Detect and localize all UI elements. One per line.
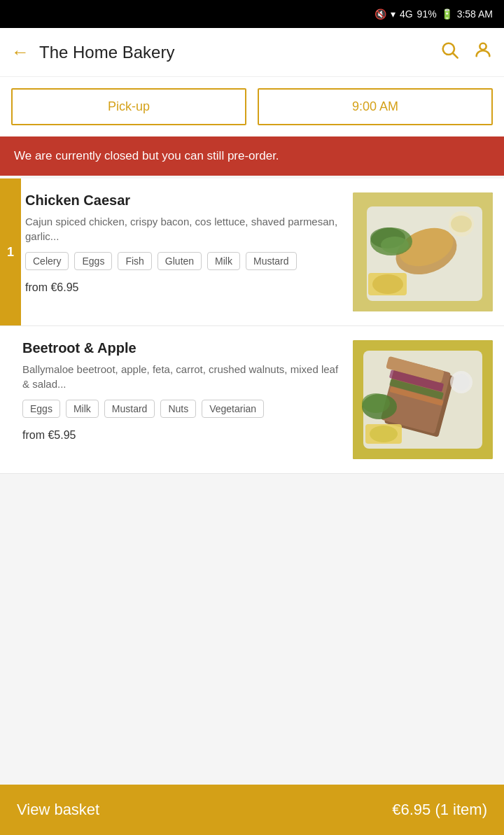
svg-point-9 — [381, 237, 409, 253]
closed-banner: We are currently closed but you can stil… — [0, 136, 504, 176]
svg-point-13 — [451, 216, 472, 232]
item-number: 1 — [0, 178, 21, 325]
tag-milk: Milk — [207, 252, 240, 270]
item-image-caesar — [353, 192, 493, 311]
svg-point-27 — [453, 374, 470, 391]
tag-eggs: Eggs — [74, 252, 112, 270]
battery-label: 91% — [417, 8, 437, 20]
mute-icon: 🔇 — [374, 8, 386, 20]
pickup-button[interactable]: Pick-up — [11, 88, 246, 125]
menu-section: 1 Chicken Caesar Cajun spiced chicken, c… — [0, 178, 504, 474]
wifi-icon: ▾ — [391, 8, 396, 20]
item-tags: Eggs Milk Mustard Nuts Vegetarian — [22, 400, 343, 418]
svg-point-23 — [362, 393, 390, 413]
menu-item[interactable]: 1 Chicken Caesar Cajun spiced chicken, c… — [0, 178, 504, 326]
status-icons: 🔇 ▾ 4G 91% 🔋 3:58 AM — [374, 8, 493, 20]
header-actions — [440, 40, 493, 64]
tag-mustard: Mustard — [246, 252, 297, 270]
basket-total: €6.95 (1 item) — [392, 801, 487, 819]
svg-point-25 — [370, 426, 398, 442]
menu-item[interactable]: Beetroot & Apple Ballymaloe beetroot, ap… — [0, 326, 504, 474]
item-content: Beetroot & Apple Ballymaloe beetroot, ap… — [11, 340, 353, 459]
network-label: 4G — [400, 8, 413, 20]
item-description: Ballymaloe beetroot, apple, feta, carrot… — [22, 362, 343, 391]
item-image-beetroot — [353, 340, 493, 459]
svg-point-11 — [372, 274, 403, 294]
tag-eggs: Eggs — [22, 400, 60, 418]
page-title: The Home Bakery — [39, 43, 440, 62]
item-price: from €6.95 — [25, 281, 343, 294]
status-bar: 🔇 ▾ 4G 91% 🔋 3:58 AM — [0, 0, 504, 28]
time-button[interactable]: 9:00 AM — [258, 88, 493, 125]
tag-gluten: Gluten — [158, 252, 202, 270]
search-button[interactable] — [440, 40, 459, 64]
time-label: 3:58 AM — [457, 8, 493, 20]
svg-line-1 — [453, 53, 457, 57]
back-button[interactable]: ← — [11, 41, 29, 63]
tag-nuts: Nuts — [160, 400, 196, 418]
tag-celery: Celery — [25, 252, 69, 270]
order-options: Pick-up 9:00 AM — [0, 77, 504, 136]
tag-mustard: Mustard — [104, 400, 155, 418]
tag-vegetarian: Vegetarian — [202, 400, 264, 418]
profile-button[interactable] — [473, 40, 493, 64]
svg-point-2 — [479, 43, 486, 50]
app-header: ← The Home Bakery — [0, 28, 504, 77]
tag-fish: Fish — [118, 252, 151, 270]
item-name: Chicken Caesar — [25, 192, 343, 209]
closed-message: We are currently closed but you can stil… — [14, 149, 279, 162]
view-basket-label: View basket — [17, 801, 99, 819]
item-tags: Celery Eggs Fish Gluten Milk Mustard — [25, 252, 343, 270]
battery-icon: 🔋 — [441, 8, 453, 20]
tag-milk: Milk — [66, 400, 99, 418]
basket-bar[interactable]: View basket €6.95 (1 item) — [0, 785, 504, 835]
item-description: Cajun spiced chicken, crispy bacon, cos … — [25, 214, 343, 244]
item-name: Beetroot & Apple — [22, 340, 343, 356]
item-price: from €5.95 — [22, 429, 343, 442]
item-content: Chicken Caesar Cajun spiced chicken, cri… — [11, 192, 353, 311]
